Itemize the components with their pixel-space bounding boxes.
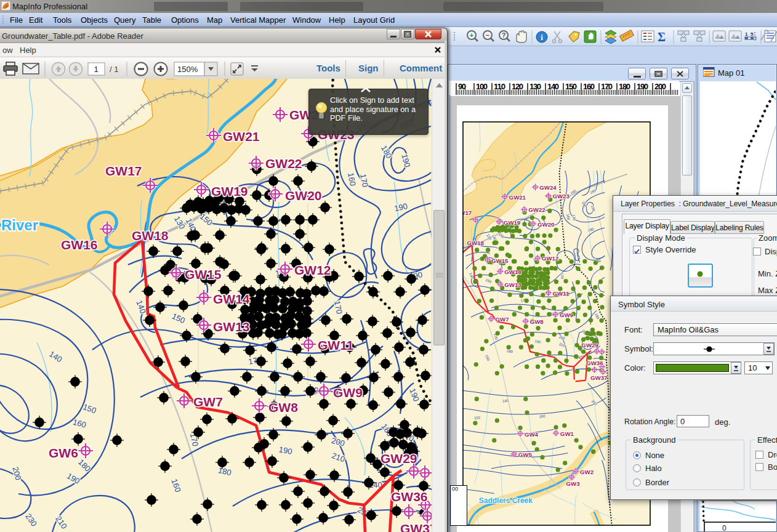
svg-text:110: 110 [494, 82, 505, 91]
svg-text:−: − [486, 31, 489, 39]
svg-text:170: 170 [601, 82, 613, 91]
svg-text:i: i [541, 33, 543, 42]
svg-text:130: 130 [529, 82, 541, 91]
svg-text:140: 140 [547, 82, 559, 91]
svg-text:160: 160 [583, 82, 595, 91]
svg-text:+: + [470, 31, 473, 39]
svg-text:200: 200 [654, 82, 666, 91]
svg-text:?: ? [502, 31, 506, 39]
svg-text:/ 1: / 1 [110, 65, 118, 74]
svg-text:150%: 150% [177, 65, 198, 74]
svg-text:150: 150 [565, 82, 577, 91]
svg-text:190: 190 [637, 82, 648, 91]
svg-text:1: 1 [94, 65, 98, 74]
svg-text:100: 100 [476, 82, 488, 91]
svg-text:180: 180 [619, 82, 630, 91]
svg-text:0: 0 [722, 524, 727, 531]
svg-text:120: 120 [512, 82, 523, 91]
svg-text:Σ: Σ [658, 30, 666, 44]
